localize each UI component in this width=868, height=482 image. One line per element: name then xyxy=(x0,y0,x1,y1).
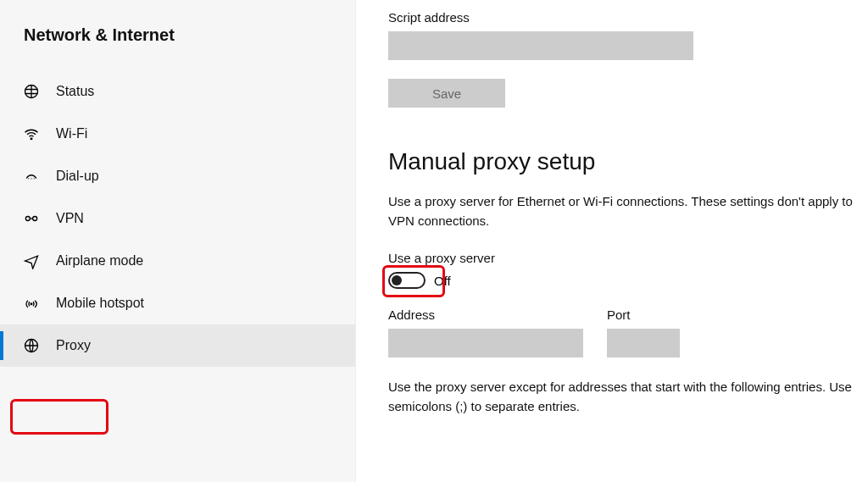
script-address-input[interactable] xyxy=(388,31,693,60)
sidebar-item-hotspot[interactable]: Mobile hotspot xyxy=(0,282,355,324)
globe-icon xyxy=(22,336,41,355)
port-input[interactable] xyxy=(607,329,680,357)
vpn-icon xyxy=(22,209,41,228)
save-button[interactable]: Save xyxy=(388,79,505,108)
svg-point-4 xyxy=(31,303,32,305)
use-proxy-toggle[interactable] xyxy=(388,272,426,289)
sidebar-item-label: Dial-up xyxy=(56,169,99,184)
svg-point-2 xyxy=(25,217,30,221)
sidebar-item-label: VPN xyxy=(56,211,84,226)
use-proxy-state: Off xyxy=(434,274,451,288)
script-address-label: Script address xyxy=(388,10,861,25)
port-label: Port xyxy=(607,307,680,322)
sidebar-item-airplane[interactable]: Airplane mode xyxy=(0,240,355,282)
sidebar-title: Network & Internet xyxy=(0,25,355,70)
sidebar-item-label: Status xyxy=(56,84,94,99)
manual-proxy-description: Use a proxy server for Ethernet or Wi-Fi… xyxy=(388,192,861,230)
sidebar-item-vpn[interactable]: VPN xyxy=(0,197,355,240)
sidebar-item-proxy[interactable]: Proxy xyxy=(0,324,355,367)
sidebar-item-wifi[interactable]: Wi-Fi xyxy=(0,113,355,155)
sidebar-item-label: Proxy xyxy=(56,338,91,353)
address-input[interactable] xyxy=(388,329,583,357)
svg-point-3 xyxy=(33,217,37,221)
address-label: Address xyxy=(388,307,583,322)
svg-point-1 xyxy=(31,138,32,140)
exception-description: Use the proxy server except for addresse… xyxy=(388,378,861,416)
main-content: Script address Save Manual proxy setup U… xyxy=(356,0,868,482)
manual-proxy-heading: Manual proxy setup xyxy=(388,148,861,175)
hotspot-icon xyxy=(22,294,41,313)
sidebar-item-status[interactable]: Status xyxy=(0,70,355,113)
settings-sidebar: Network & Internet Status Wi-Fi Dial-up … xyxy=(0,0,356,482)
sidebar-item-label: Airplane mode xyxy=(56,253,143,269)
dialup-icon xyxy=(22,167,41,186)
sidebar-item-dialup[interactable]: Dial-up xyxy=(0,155,355,197)
airplane-icon xyxy=(22,252,41,270)
globe-grid-icon xyxy=(22,82,41,101)
sidebar-item-label: Wi-Fi xyxy=(56,126,87,141)
use-proxy-label: Use a proxy server xyxy=(388,251,861,265)
sidebar-item-label: Mobile hotspot xyxy=(56,296,144,311)
wifi-icon xyxy=(22,125,41,143)
